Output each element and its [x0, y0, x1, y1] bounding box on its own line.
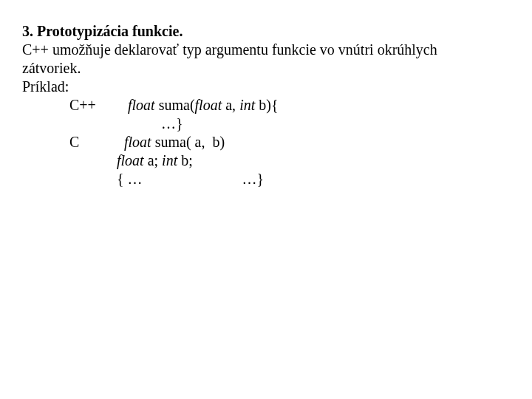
code-text: b; — [177, 152, 193, 168]
indent-cell — [22, 170, 69, 188]
example-block: C++ float suma(float a, int b){ …} C flo… — [22, 96, 532, 188]
space — [117, 97, 128, 113]
section-heading: 3. Prototypizácia funkcie. — [22, 22, 532, 41]
example-label: Príklad: — [22, 78, 532, 96]
c-body-line: { … …} — [117, 170, 532, 188]
code-text: b){ — [255, 97, 278, 113]
c-decl-line: float a; int b; — [117, 151, 532, 170]
paragraph-line-2: zátvoriek. — [22, 59, 532, 78]
empty-cell — [69, 151, 117, 170]
code-text: suma( — [155, 97, 195, 113]
keyword-int: int — [162, 152, 177, 168]
document-page: 3. Prototypizácia funkcie. C++ umožňuje … — [0, 0, 532, 188]
code-text: suma( a, b) — [151, 134, 225, 150]
keyword-float: float — [124, 134, 151, 150]
paragraph-line-1: C++ umožňuje deklarovať typ argumentu fu… — [22, 41, 532, 59]
code-text: a, — [222, 97, 239, 113]
keyword-float: float — [128, 97, 155, 113]
cpp-body-line: …} — [117, 115, 532, 133]
indent-cell — [22, 96, 69, 115]
indent-cell — [22, 115, 69, 133]
keyword-int: int — [239, 97, 255, 113]
keyword-float: float — [117, 152, 144, 168]
c-prototype-line: float suma( a, b) — [117, 133, 532, 151]
lang-label-cpp: C++ — [69, 96, 117, 115]
space — [117, 134, 124, 150]
indent-cell — [22, 151, 69, 170]
lang-label-c: C — [69, 133, 117, 151]
keyword-float: float — [195, 97, 222, 113]
empty-cell — [69, 115, 117, 133]
empty-cell — [69, 170, 117, 188]
cpp-prototype-line: float suma(float a, int b){ — [117, 96, 532, 115]
code-text: a; — [144, 152, 162, 168]
indent-cell — [22, 133, 69, 151]
